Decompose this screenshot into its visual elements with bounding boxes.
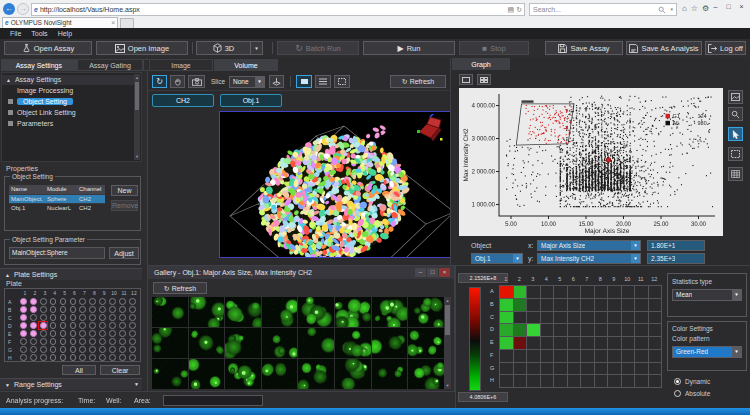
heatmap-cell-G4[interactable] [540, 362, 555, 376]
heatmap-cell-H1[interactable] [499, 374, 514, 388]
well-B7[interactable] [79, 306, 86, 313]
table-cell[interactable]: CH2 [77, 203, 105, 212]
well-B2[interactable] [30, 306, 37, 313]
gallery-thumbnail[interactable] [335, 359, 371, 389]
zoom-plot-button[interactable] [728, 107, 743, 121]
well-D4[interactable] [50, 322, 57, 329]
new-button[interactable]: New [111, 185, 138, 196]
heatmap-cell-G11[interactable] [634, 362, 649, 376]
heatmap-cell-E7[interactable] [580, 336, 595, 350]
well-C7[interactable] [79, 314, 86, 321]
heatmap-cell-D5[interactable] [553, 323, 568, 337]
well-F10[interactable] [109, 338, 116, 345]
scatter-plot[interactable] [459, 88, 723, 236]
well-C2[interactable] [30, 314, 37, 321]
compatibility-view-icon[interactable]: ▤ [508, 6, 515, 13]
table-cell[interactable]: NuclearL [45, 203, 77, 212]
well-C4[interactable] [50, 314, 57, 321]
heatmap-cell-A2[interactable] [513, 285, 528, 299]
gallery-restore-button[interactable]: □ [427, 268, 438, 277]
heatmap-cell-F9[interactable] [607, 349, 622, 363]
log-off-button[interactable]: Log off [705, 41, 746, 55]
well-H5[interactable] [60, 354, 67, 361]
heatmap-cell-F11[interactable] [634, 349, 649, 363]
well-G5[interactable] [60, 346, 67, 353]
well-B10[interactable] [109, 306, 116, 313]
heatmap-cell-D3[interactable] [526, 323, 541, 337]
well-F9[interactable] [99, 338, 106, 345]
rectangle-gate-button[interactable] [728, 147, 743, 161]
well-E9[interactable] [99, 330, 106, 337]
heatmap-cell-C7[interactable] [580, 311, 595, 325]
gallery-thumbnail[interactable] [298, 297, 334, 327]
heatmap-cell-H10[interactable] [621, 374, 636, 388]
well-F1[interactable] [20, 338, 27, 345]
heatmap-cell-E11[interactable] [634, 336, 649, 350]
well-C11[interactable] [119, 314, 126, 321]
well-B3[interactable] [40, 306, 47, 313]
tree-item-object-link-setting[interactable]: Object Link Setting [2, 108, 134, 118]
table-cell[interactable]: Sphere [45, 194, 77, 203]
well-D11[interactable] [119, 322, 126, 329]
well-A1[interactable] [20, 298, 27, 305]
well-A4[interactable] [50, 298, 57, 305]
address-bar[interactable]: ehttp://localhost/Vaus/Home.aspx ▤ ↻ [31, 3, 525, 16]
heatmap-cell-C4[interactable] [540, 311, 555, 325]
heatmap-cell-G8[interactable] [594, 362, 609, 376]
menu-item-tools[interactable]: Tools [31, 30, 47, 37]
gallery-thumbnail[interactable] [225, 297, 261, 327]
export-plot-button[interactable] [728, 90, 743, 104]
heatmap-cell-H2[interactable] [513, 374, 528, 388]
well-E7[interactable] [79, 330, 86, 337]
heatmap-cell-H7[interactable] [580, 374, 595, 388]
gallery-thumbnail[interactable] [335, 328, 371, 358]
heatmap-cell-B1[interactable] [499, 298, 514, 312]
well-E5[interactable] [60, 330, 67, 337]
menu-item-help[interactable]: Help [58, 30, 72, 37]
well-E2[interactable] [30, 330, 37, 337]
gallery-thumbnail[interactable] [262, 297, 298, 327]
tree-item-image-processing[interactable]: Image Processing [2, 86, 134, 96]
well-E3[interactable] [40, 330, 47, 337]
gallery-thumbnail[interactable] [225, 328, 261, 358]
rotate-tool-button[interactable]: ↻ [152, 75, 167, 88]
well-A5[interactable] [60, 298, 67, 305]
heatmap-cell-H3[interactable] [526, 374, 541, 388]
well-H2[interactable] [30, 354, 37, 361]
well-D9[interactable] [99, 322, 106, 329]
heatmap-cell-G3[interactable] [526, 362, 541, 376]
color-pattern-dropdown[interactable]: Green-Red▼ [672, 346, 742, 358]
home-icon[interactable]: ⌂ [682, 4, 691, 13]
well-H6[interactable] [70, 354, 77, 361]
slice-plane-button[interactable] [269, 75, 284, 88]
well-F12[interactable] [129, 338, 136, 345]
well-G6[interactable] [70, 346, 77, 353]
well-H12[interactable] [129, 354, 136, 361]
grid-chart-view-button[interactable] [477, 74, 491, 85]
heatmap-cell-D9[interactable] [607, 323, 622, 337]
well-B8[interactable] [89, 306, 96, 313]
well-D10[interactable] [109, 322, 116, 329]
orientation-cube[interactable] [411, 114, 447, 144]
well-C12[interactable] [129, 314, 136, 321]
plate-all-button[interactable]: All [62, 365, 96, 375]
object-setting-table[interactable]: NameModuleChannelMainObject.SphereCH2Obj… [9, 185, 107, 212]
gallery-refresh-button[interactable]: ↻ Refresh [153, 282, 207, 294]
well-A2[interactable] [30, 298, 37, 305]
heatmap-cell-C10[interactable] [621, 311, 636, 325]
heatmap-cell-H6[interactable] [567, 374, 582, 388]
gallery-thumbnail[interactable] [408, 328, 444, 358]
table-cell[interactable]: Obj.1 [9, 203, 45, 212]
range-settings-header[interactable]: ▼Range Settings▼ [0, 378, 142, 390]
heatmap-cell-B9[interactable] [607, 298, 622, 312]
heatmap-cell-G5[interactable] [553, 362, 568, 376]
heatmap-cell-H11[interactable] [634, 374, 649, 388]
gallery-thumbnail[interactable] [262, 328, 298, 358]
plate-settings-header[interactable]: ▲Plate Settings [0, 268, 142, 280]
heatmap-cell-D8[interactable] [594, 323, 609, 337]
window-close-button[interactable]: × [735, 2, 748, 11]
heatmap-cell-F12[interactable] [648, 349, 663, 363]
heatmap-cell-C6[interactable] [567, 311, 582, 325]
heatmap-cell-F5[interactable] [553, 349, 568, 363]
tab-volume[interactable]: Volume [214, 59, 278, 71]
